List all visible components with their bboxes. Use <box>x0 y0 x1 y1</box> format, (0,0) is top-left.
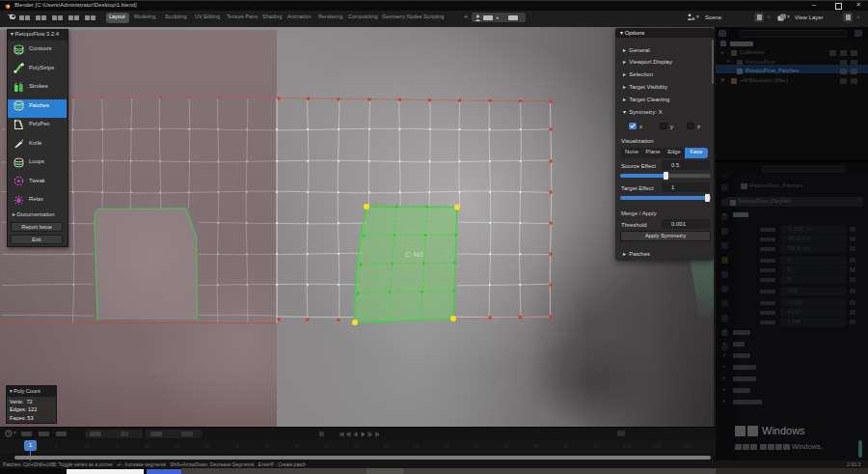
svg-text:C: 4x3: C: 4x3 <box>405 251 423 258</box>
